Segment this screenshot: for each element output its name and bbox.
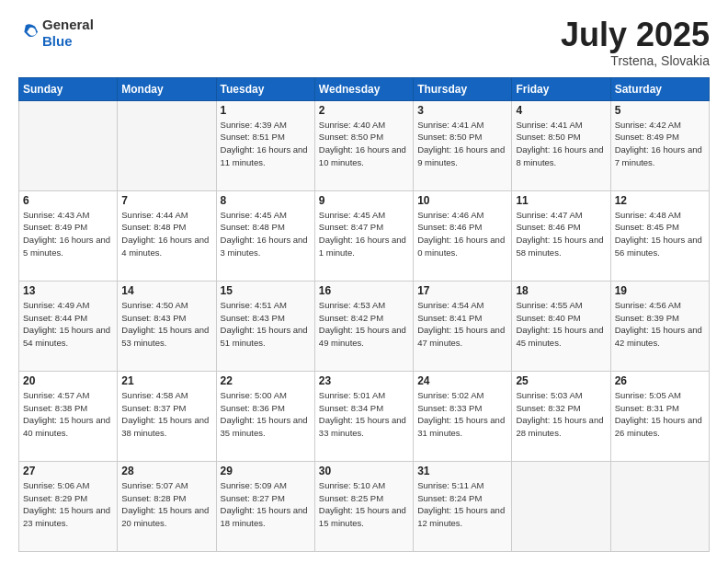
table-row: 23Sunrise: 5:01 AM Sunset: 8:34 PM Dayli… [314,371,413,461]
calendar-header-row: Sunday Monday Tuesday Wednesday Thursday… [19,77,710,100]
day-number: 13 [23,284,113,297]
table-row: 15Sunrise: 4:51 AM Sunset: 8:43 PM Dayli… [216,281,314,371]
table-row: 21Sunrise: 4:58 AM Sunset: 8:37 PM Dayli… [118,371,216,461]
day-number: 9 [319,194,409,207]
col-monday: Monday [118,77,216,100]
day-number: 14 [121,284,211,297]
day-info: Sunrise: 4:56 AM Sunset: 8:39 PM Dayligh… [615,299,705,350]
logo-general-text: General [42,17,94,32]
col-tuesday: Tuesday [216,77,314,100]
calendar-week-row: 20Sunrise: 4:57 AM Sunset: 8:38 PM Dayli… [19,371,710,461]
day-number: 12 [615,194,705,207]
day-info: Sunrise: 5:00 AM Sunset: 8:36 PM Dayligh… [221,389,311,440]
calendar-week-row: 13Sunrise: 4:49 AM Sunset: 8:44 PM Dayli… [19,281,710,371]
day-number: 25 [516,374,606,387]
table-row: 24Sunrise: 5:02 AM Sunset: 8:33 PM Dayli… [414,371,512,461]
location: Trstena, Slovakia [561,53,710,68]
day-number: 20 [23,374,113,387]
table-row [610,461,709,551]
table-row: 13Sunrise: 4:49 AM Sunset: 8:44 PM Dayli… [19,281,118,371]
table-row: 27Sunrise: 5:06 AM Sunset: 8:29 PM Dayli… [19,461,118,551]
table-row: 2Sunrise: 4:40 AM Sunset: 8:50 PM Daylig… [314,100,413,190]
table-row: 17Sunrise: 4:54 AM Sunset: 8:41 PM Dayli… [414,281,512,371]
day-info: Sunrise: 4:46 AM Sunset: 8:46 PM Dayligh… [417,209,507,259]
calendar-table: Sunday Monday Tuesday Wednesday Thursday… [18,77,710,552]
title-block: July 2025 Trstena, Slovakia [561,17,710,68]
day-info: Sunrise: 4:45 AM Sunset: 8:48 PM Dayligh… [221,209,311,259]
day-info: Sunrise: 5:06 AM Sunset: 8:29 PM Dayligh… [23,479,113,530]
day-info: Sunrise: 4:41 AM Sunset: 8:50 PM Dayligh… [417,119,507,169]
day-info: Sunrise: 4:43 AM Sunset: 8:49 PM Dayligh… [23,209,113,259]
day-info: Sunrise: 4:49 AM Sunset: 8:44 PM Dayligh… [23,299,113,350]
table-row: 20Sunrise: 4:57 AM Sunset: 8:38 PM Dayli… [19,371,118,461]
table-row: 11Sunrise: 4:47 AM Sunset: 8:46 PM Dayli… [512,190,610,281]
table-row: 7Sunrise: 4:44 AM Sunset: 8:48 PM Daylig… [118,190,216,281]
day-info: Sunrise: 5:03 AM Sunset: 8:32 PM Dayligh… [516,389,606,440]
day-number: 5 [615,104,705,117]
table-row: 19Sunrise: 4:56 AM Sunset: 8:39 PM Dayli… [610,281,709,371]
page: General Blue July 2025 Trstena, Slovakia… [0,0,728,563]
day-info: Sunrise: 4:55 AM Sunset: 8:40 PM Dayligh… [516,299,606,350]
day-info: Sunrise: 4:42 AM Sunset: 8:49 PM Dayligh… [615,119,705,169]
day-info: Sunrise: 4:44 AM Sunset: 8:48 PM Dayligh… [121,209,211,259]
day-number: 4 [516,104,606,117]
day-number: 28 [121,465,211,477]
table-row: 8Sunrise: 4:45 AM Sunset: 8:48 PM Daylig… [216,190,314,281]
day-info: Sunrise: 4:51 AM Sunset: 8:43 PM Dayligh… [221,299,311,350]
month-title: July 2025 [561,17,710,53]
table-row: 28Sunrise: 5:07 AM Sunset: 8:28 PM Dayli… [118,461,216,551]
day-number: 7 [121,194,211,207]
day-info: Sunrise: 4:41 AM Sunset: 8:50 PM Dayligh… [516,119,606,169]
day-number: 1 [221,104,311,117]
day-number: 15 [221,284,311,297]
day-number: 8 [221,194,311,207]
table-row: 14Sunrise: 4:50 AM Sunset: 8:43 PM Dayli… [118,281,216,371]
day-info: Sunrise: 4:47 AM Sunset: 8:46 PM Dayligh… [516,209,606,259]
day-info: Sunrise: 4:50 AM Sunset: 8:43 PM Dayligh… [121,299,211,350]
table-row: 5Sunrise: 4:42 AM Sunset: 8:49 PM Daylig… [610,100,709,190]
col-friday: Friday [512,77,610,100]
day-info: Sunrise: 4:45 AM Sunset: 8:47 PM Dayligh… [319,209,409,259]
day-number: 10 [417,194,507,207]
day-number: 29 [221,465,311,477]
col-wednesday: Wednesday [314,77,413,100]
day-info: Sunrise: 5:10 AM Sunset: 8:25 PM Dayligh… [319,479,409,530]
col-sunday: Sunday [19,77,118,100]
calendar-week-row: 27Sunrise: 5:06 AM Sunset: 8:29 PM Dayli… [19,461,710,551]
logo: General Blue [18,17,94,50]
day-info: Sunrise: 4:48 AM Sunset: 8:45 PM Dayligh… [615,209,705,259]
header: General Blue July 2025 Trstena, Slovakia [18,17,710,68]
table-row: 6Sunrise: 4:43 AM Sunset: 8:49 PM Daylig… [19,190,118,281]
table-row: 29Sunrise: 5:09 AM Sunset: 8:27 PM Dayli… [216,461,314,551]
day-info: Sunrise: 5:09 AM Sunset: 8:27 PM Dayligh… [221,479,311,530]
day-info: Sunrise: 4:40 AM Sunset: 8:50 PM Dayligh… [319,119,409,169]
day-number: 31 [417,465,507,477]
table-row [512,461,610,551]
day-info: Sunrise: 5:01 AM Sunset: 8:34 PM Dayligh… [319,389,409,440]
table-row: 30Sunrise: 5:10 AM Sunset: 8:25 PM Dayli… [314,461,413,551]
table-row: 4Sunrise: 4:41 AM Sunset: 8:50 PM Daylig… [512,100,610,190]
calendar-week-row: 1Sunrise: 4:39 AM Sunset: 8:51 PM Daylig… [19,100,710,190]
day-info: Sunrise: 4:58 AM Sunset: 8:37 PM Dayligh… [121,389,211,440]
calendar-week-row: 6Sunrise: 4:43 AM Sunset: 8:49 PM Daylig… [19,190,710,281]
day-number: 16 [319,284,409,297]
day-info: Sunrise: 4:53 AM Sunset: 8:42 PM Dayligh… [319,299,409,350]
day-number: 11 [516,194,606,207]
table-row: 12Sunrise: 4:48 AM Sunset: 8:45 PM Dayli… [610,190,709,281]
day-number: 17 [417,284,507,297]
day-info: Sunrise: 4:54 AM Sunset: 8:41 PM Dayligh… [417,299,507,350]
table-row: 16Sunrise: 4:53 AM Sunset: 8:42 PM Dayli… [314,281,413,371]
day-info: Sunrise: 4:39 AM Sunset: 8:51 PM Dayligh… [221,119,311,169]
table-row: 22Sunrise: 5:00 AM Sunset: 8:36 PM Dayli… [216,371,314,461]
table-row: 3Sunrise: 4:41 AM Sunset: 8:50 PM Daylig… [414,100,512,190]
day-number: 19 [615,284,705,297]
day-info: Sunrise: 5:02 AM Sunset: 8:33 PM Dayligh… [417,389,507,440]
table-row [19,100,118,190]
logo-blue-text: Blue [42,33,73,49]
day-number: 18 [516,284,606,297]
day-info: Sunrise: 5:05 AM Sunset: 8:31 PM Dayligh… [615,389,705,440]
day-number: 24 [417,374,507,387]
day-number: 3 [417,104,507,117]
table-row [118,100,216,190]
day-number: 23 [319,374,409,387]
